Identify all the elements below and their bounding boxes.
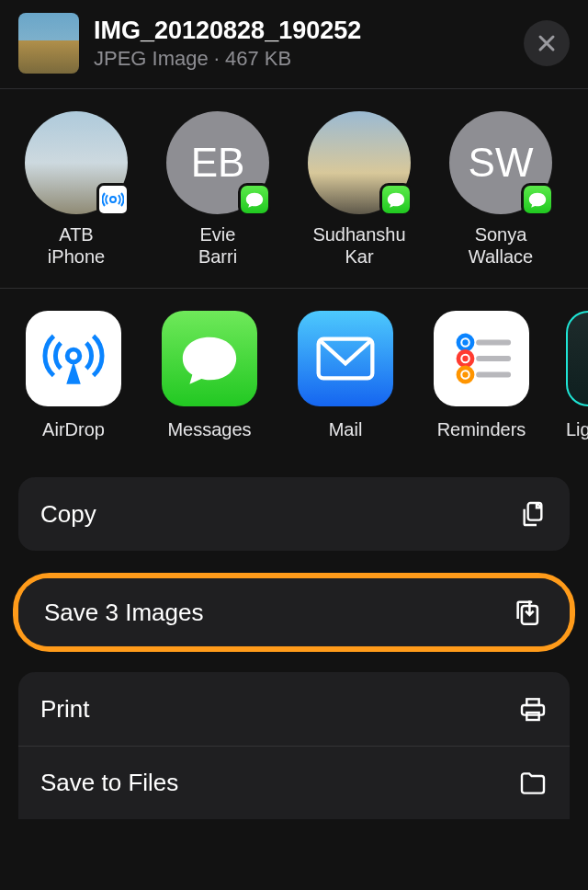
contact-sudhanshu-kar[interactable]: Sudhanshu Kar (305, 111, 413, 268)
share-apps-row[interactable]: AirDrop Messages Mail Reminders Lig (0, 289, 588, 461)
contact-name-line1: ATB (59, 224, 93, 245)
app-label: AirDrop (42, 419, 105, 440)
contact-name-line2: Wallace (469, 246, 533, 267)
svg-point-6 (462, 356, 468, 361)
share-sheet-header: IMG_20120828_190252 JPEG Image · 467 KB (0, 0, 588, 88)
svg-point-8 (462, 371, 468, 377)
messages-icon (521, 183, 554, 216)
reminders-icon (434, 311, 529, 406)
messages-icon (379, 183, 413, 216)
action-save-to-files[interactable]: Save to Files (18, 746, 570, 819)
contact-name-line2: Barri (198, 246, 237, 267)
file-title: IMG_20120828_190252 (94, 16, 509, 45)
action-label: Save 3 Images (44, 599, 203, 627)
action-label: Copy (40, 500, 96, 529)
svg-point-0 (110, 197, 116, 202)
action-print[interactable]: Print (18, 672, 570, 746)
action-save-images[interactable]: Save 3 Images (18, 578, 570, 646)
contact-atb-iphone[interactable]: ATB iPhone (22, 111, 130, 268)
svg-rect-16 (526, 713, 538, 720)
contact-name-line1: Sonya (475, 224, 527, 245)
copy-icon (518, 499, 548, 529)
contact-name-line2: Kar (345, 246, 373, 267)
action-group-1: Copy (18, 477, 570, 551)
action-label: Save to Files (40, 769, 178, 797)
close-button[interactable] (524, 20, 570, 66)
mail-icon (298, 311, 393, 406)
svg-point-1 (67, 349, 80, 362)
share-contacts-row[interactable]: ATB iPhone EB Evie Barri Sudhanshu Kar (0, 89, 588, 288)
app-reminders[interactable]: Reminders (430, 311, 533, 440)
print-icon (518, 694, 548, 724)
airdrop-icon (96, 183, 130, 216)
file-thumbnail (18, 13, 79, 74)
messages-icon (238, 183, 271, 216)
app-label: Mail (329, 419, 363, 440)
app-label: Reminders (437, 419, 526, 440)
action-group-2: Print Save to Files (18, 672, 570, 819)
app-label: Messages (167, 419, 251, 440)
action-label: Print (40, 695, 89, 724)
airdrop-icon (26, 311, 121, 406)
folder-icon (518, 770, 548, 796)
app-icon-partial (566, 311, 588, 406)
contact-name-line1: Sudhanshu (312, 224, 405, 245)
contact-sonya-wallace[interactable]: SW Sonya Wallace (447, 111, 555, 268)
messages-icon (162, 311, 257, 406)
action-copy[interactable]: Copy (18, 477, 570, 551)
highlight-annotation: Save 3 Images (13, 573, 575, 652)
contact-name-line1: Evie (200, 224, 236, 245)
svg-rect-15 (526, 699, 538, 705)
app-label: Lig (566, 419, 588, 440)
app-airdrop[interactable]: AirDrop (22, 311, 125, 440)
close-icon (537, 33, 557, 53)
app-messages[interactable]: Messages (158, 311, 261, 440)
file-subtitle: JPEG Image · 467 KB (94, 47, 509, 71)
app-partial[interactable]: Lig (566, 311, 588, 440)
download-icon (513, 597, 544, 628)
contact-name-line2: iPhone (48, 246, 105, 267)
app-mail[interactable]: Mail (294, 311, 397, 440)
svg-point-4 (462, 339, 468, 345)
contact-evie-barri[interactable]: EB Evie Barri (164, 111, 272, 268)
